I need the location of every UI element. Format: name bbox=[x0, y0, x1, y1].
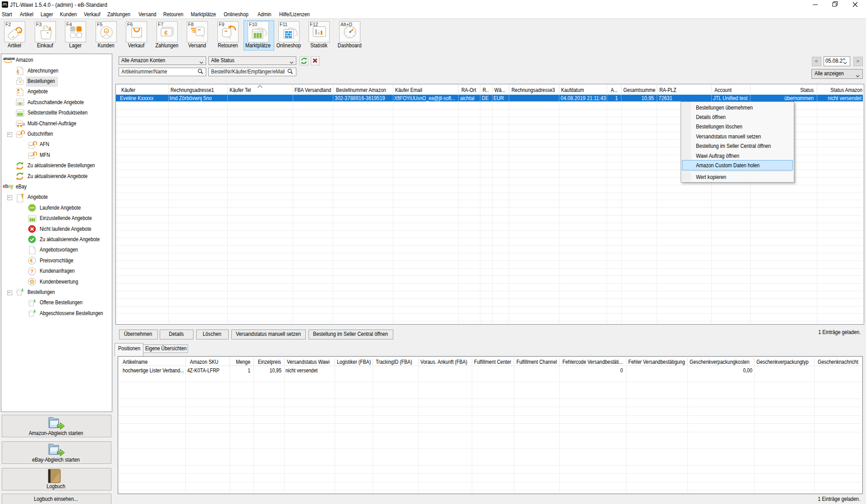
svg-text:€: € bbox=[17, 69, 19, 74]
svg-text:?: ? bbox=[31, 269, 34, 274]
svg-text:€: € bbox=[30, 258, 33, 263]
svg-text:€: € bbox=[164, 29, 167, 36]
